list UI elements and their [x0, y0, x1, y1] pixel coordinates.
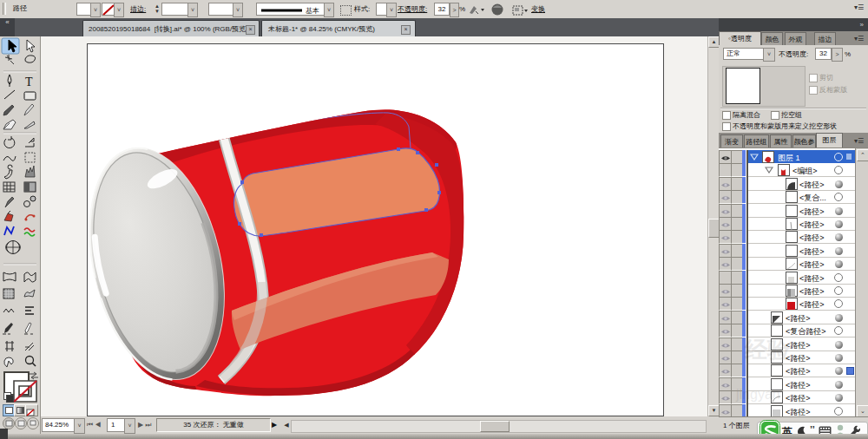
svg-text:基本: 基本: [306, 7, 319, 15]
svg-text:T: T: [25, 75, 33, 88]
